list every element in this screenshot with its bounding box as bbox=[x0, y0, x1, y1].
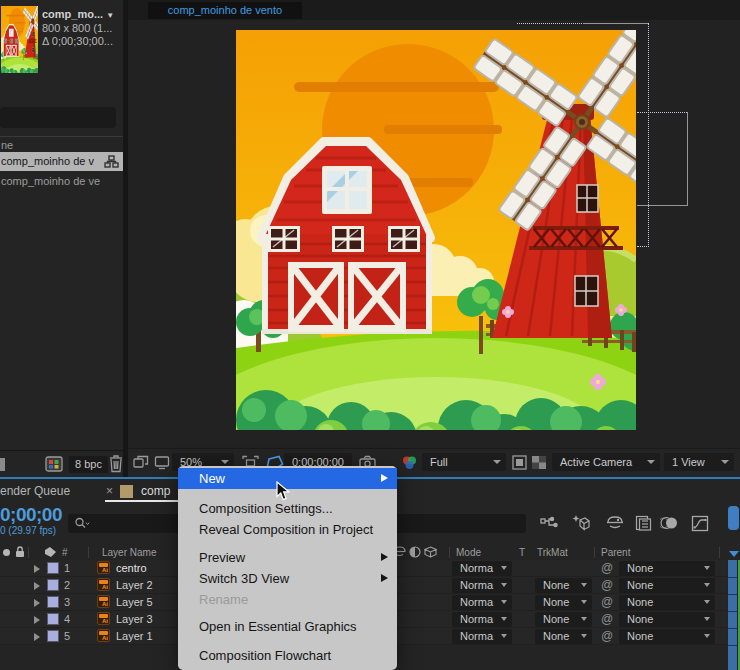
layer-name[interactable]: Layer 3 bbox=[116, 613, 153, 625]
layer-name[interactable]: Layer 1 bbox=[116, 630, 153, 642]
bar-sep bbox=[728, 628, 737, 629]
t-column[interactable]: T bbox=[519, 547, 525, 558]
lock-icon[interactable] bbox=[15, 546, 25, 558]
time-marker-icon bbox=[729, 551, 739, 557]
layer-name[interactable]: Layer 5 bbox=[116, 596, 153, 608]
menu-item-composition-flowchart[interactable]: Composition Flowchart bbox=[178, 645, 397, 666]
ai-footage-icon: Ai bbox=[97, 578, 110, 591]
expand-arrow-icon[interactable] bbox=[34, 633, 40, 641]
mini-flowchart-icon[interactable] bbox=[540, 516, 558, 531]
trkmat-dropdown[interactable]: None bbox=[535, 629, 592, 644]
name-column-header[interactable]: ne bbox=[1, 139, 13, 151]
current-time-display[interactable]: 0;00;00 0 (29.97 fps) bbox=[0, 504, 70, 538]
handle-box-top bbox=[637, 112, 687, 113]
mode-dropdown[interactable]: Norma bbox=[452, 578, 512, 593]
expand-arrow-icon[interactable] bbox=[34, 616, 40, 624]
layer-name-column[interactable]: Layer Name bbox=[102, 547, 156, 558]
label-color-swatch[interactable] bbox=[47, 579, 59, 591]
camera-dropdown[interactable]: Active Camera bbox=[552, 453, 660, 471]
label-color-swatch[interactable] bbox=[47, 613, 59, 625]
frame-blend-icon[interactable] bbox=[635, 515, 652, 531]
expand-arrow-icon[interactable] bbox=[34, 599, 40, 607]
timecode-big: 0;00;00 bbox=[0, 504, 70, 525]
menu-item-rename[interactable]: Rename bbox=[178, 589, 397, 610]
comp-color-swatch bbox=[120, 485, 133, 498]
composition-tab[interactable]: comp_moinho de vento bbox=[148, 2, 302, 19]
trkmat-dropdown[interactable]: None bbox=[535, 578, 592, 593]
composition-canvas[interactable] bbox=[236, 30, 636, 430]
render-queue-tab[interactable]: ender Queue bbox=[0, 484, 70, 498]
menu-label: Composition Settings... bbox=[199, 501, 333, 516]
monitor-icon[interactable] bbox=[154, 455, 170, 470]
mode-dropdown[interactable]: Norma bbox=[452, 561, 512, 576]
submenu-arrow-icon bbox=[381, 553, 388, 561]
parent-dropdown[interactable]: None bbox=[619, 629, 715, 644]
divider bbox=[28, 547, 29, 558]
parent-column[interactable]: Parent bbox=[601, 547, 630, 558]
timeline-scroll-strip[interactable] bbox=[727, 504, 740, 670]
trash-icon[interactable] bbox=[109, 454, 123, 473]
transparency-grid-icon[interactable] bbox=[531, 455, 547, 470]
channel-dropdown[interactable]: Full bbox=[422, 453, 506, 471]
project-panel-toolbar: 8 bpc bbox=[0, 450, 123, 479]
interpret-footage-icon[interactable] bbox=[45, 456, 63, 472]
menu-item-reveal-composition[interactable]: Reveal Composition in Project bbox=[178, 519, 397, 540]
layer-number: 5 bbox=[64, 630, 70, 642]
always-preview-icon[interactable] bbox=[133, 455, 149, 470]
project-item-selected[interactable]: comp_moinho de v bbox=[0, 152, 123, 171]
draft-3d-icon[interactable] bbox=[571, 514, 591, 532]
pick-whip-icon[interactable]: @ bbox=[601, 612, 613, 626]
parent-dropdown[interactable]: None bbox=[619, 561, 715, 576]
expand-arrow-icon[interactable] bbox=[34, 565, 40, 573]
layer-bounds-top-solid bbox=[583, 23, 648, 24]
timeline-comp-tab[interactable]: comp bbox=[141, 484, 170, 498]
mode-dropdown[interactable]: Norma bbox=[452, 612, 512, 627]
quality-column-icon[interactable] bbox=[409, 546, 421, 558]
pick-whip-icon[interactable]: @ bbox=[601, 595, 613, 609]
project-search-field[interactable] bbox=[0, 107, 116, 128]
show-channel-icon[interactable] bbox=[401, 455, 418, 471]
motion-blur-icon[interactable] bbox=[660, 515, 679, 531]
label-color-swatch[interactable] bbox=[47, 562, 59, 574]
pick-whip-icon[interactable]: @ bbox=[601, 578, 613, 592]
clipped-icon[interactable] bbox=[0, 458, 5, 471]
h-scrollbar-thumb[interactable] bbox=[728, 506, 739, 530]
project-item-title[interactable]: comp_mo... ▼ bbox=[42, 8, 114, 22]
pick-whip-icon[interactable]: @ bbox=[601, 561, 613, 575]
expand-arrow-icon[interactable] bbox=[34, 582, 40, 590]
project-item[interactable]: comp_moinho de ve bbox=[1, 173, 124, 190]
resolution-icon[interactable] bbox=[512, 455, 527, 470]
divider bbox=[594, 547, 595, 558]
graph-editor-icon[interactable] bbox=[691, 515, 709, 532]
layer-name[interactable]: centro bbox=[116, 562, 147, 574]
pick-whip-icon[interactable]: @ bbox=[601, 629, 613, 643]
layer-name[interactable]: Layer 2 bbox=[116, 579, 153, 591]
chevron-down-icon bbox=[501, 634, 507, 638]
mode-dropdown[interactable]: Norma bbox=[452, 629, 512, 644]
bpc-button[interactable]: 8 bpc bbox=[69, 456, 108, 473]
number-column[interactable]: # bbox=[62, 547, 68, 558]
parent-dropdown[interactable]: None bbox=[619, 595, 715, 610]
menu-item-switch-3d-view[interactable]: Switch 3D View bbox=[178, 568, 397, 589]
tab-close-icon[interactable]: × bbox=[106, 484, 113, 498]
eye-icon[interactable] bbox=[3, 549, 10, 556]
parent-dropdown[interactable]: None bbox=[619, 612, 715, 627]
parent-dropdown[interactable]: None bbox=[619, 578, 715, 593]
label-color-swatch[interactable] bbox=[47, 596, 59, 608]
mode-column[interactable]: Mode bbox=[456, 547, 481, 558]
label-color-swatch[interactable] bbox=[47, 630, 59, 642]
composition-thumbnail[interactable] bbox=[1, 6, 38, 73]
trkmat-column[interactable]: TrkMat bbox=[537, 547, 568, 558]
label-icon[interactable] bbox=[44, 546, 57, 558]
cube-3d-column-icon[interactable] bbox=[424, 546, 437, 558]
dropdown-arrow-icon[interactable]: ▼ bbox=[106, 11, 114, 20]
chevron-down-icon bbox=[581, 634, 587, 638]
menu-item-essential-graphics[interactable]: Open in Essential Graphics bbox=[178, 616, 397, 637]
trkmat-dropdown[interactable]: None bbox=[535, 595, 592, 610]
mode-dropdown[interactable]: Norma bbox=[452, 595, 512, 610]
menu-item-preview[interactable]: Preview bbox=[178, 547, 397, 568]
shy-icon[interactable] bbox=[606, 515, 624, 531]
trkmat-dropdown[interactable]: None bbox=[535, 612, 592, 627]
menu-label: Open in Essential Graphics bbox=[199, 619, 357, 634]
view-layout-dropdown[interactable]: 1 View bbox=[664, 453, 734, 471]
